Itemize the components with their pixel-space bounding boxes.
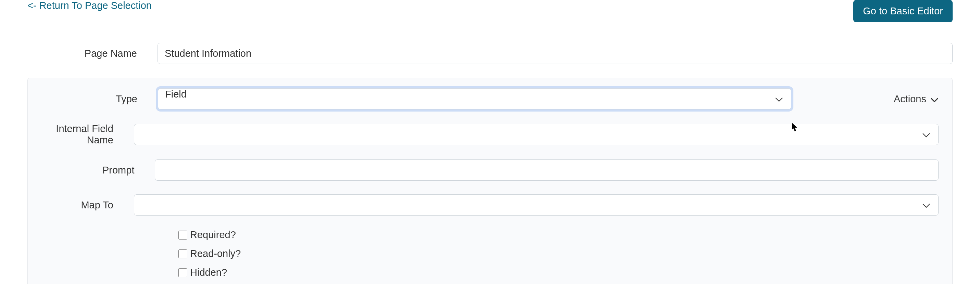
type-select[interactable]: Field bbox=[158, 88, 791, 109]
readonly-checkbox[interactable] bbox=[178, 249, 187, 259]
map-to-label: Map To bbox=[28, 200, 134, 211]
go-to-basic-editor-button[interactable]: Go to Basic Editor bbox=[853, 0, 953, 22]
readonly-label: Read-only? bbox=[190, 248, 241, 259]
map-to-select[interactable] bbox=[134, 194, 939, 216]
type-label: Type bbox=[28, 94, 158, 105]
required-checkbox[interactable] bbox=[178, 231, 187, 240]
prompt-input[interactable] bbox=[155, 159, 939, 181]
hidden-checkbox[interactable] bbox=[178, 268, 187, 277]
hidden-label: Hidden? bbox=[190, 267, 227, 278]
return-to-page-selection-link[interactable]: <- Return To Page Selection bbox=[27, 0, 152, 11]
required-label: Required? bbox=[190, 229, 236, 241]
page-name-label: Page Name bbox=[27, 48, 158, 59]
chevron-down-icon bbox=[930, 94, 939, 105]
actions-dropdown[interactable]: Actions bbox=[894, 94, 939, 105]
internal-field-name-label: Internal Field Name bbox=[28, 123, 134, 146]
internal-field-name-select[interactable] bbox=[134, 124, 939, 145]
page-name-input[interactable] bbox=[158, 43, 953, 64]
prompt-label: Prompt bbox=[28, 165, 155, 176]
form-panel: Type Field Actions Internal Field Name P… bbox=[27, 78, 953, 284]
actions-label: Actions bbox=[894, 94, 926, 105]
